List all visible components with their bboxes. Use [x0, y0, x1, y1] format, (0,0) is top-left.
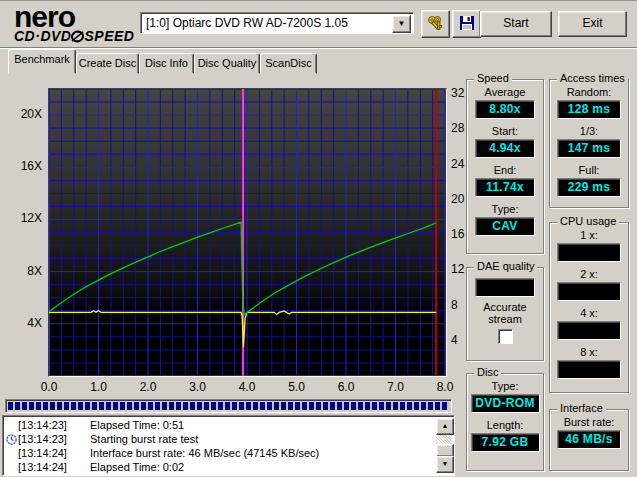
speed-type-value: CAV: [475, 217, 535, 236]
scroll-down-button[interactable]: ▼: [436, 456, 454, 473]
header: nero CD·DVDSPEED [1:0] Optiarc DVD RW AD…: [0, 1, 637, 47]
tab-bar: Benchmark Create Disc Disc Info Disc Qua…: [0, 51, 637, 74]
start-speed-label: Start:: [467, 125, 543, 137]
nero-logo: nero CD·DVDSPEED: [14, 3, 144, 44]
x-axis-tick: 3.0: [183, 380, 213, 394]
cd-dvd-speed-logo-text: CD·DVDSPEED: [14, 28, 144, 44]
cpu-8x-value: [557, 360, 621, 379]
tab-disc-info[interactable]: Disc Info: [139, 53, 194, 74]
log-scrollbar[interactable]: ▲ ▼: [436, 418, 452, 473]
log-timestamp: [13:14:23]: [18, 433, 67, 445]
log-message: Starting burst rate test: [90, 433, 198, 445]
tab-label: ScanDisc: [265, 57, 311, 69]
end-speed-value: 11.74x: [475, 178, 535, 197]
start-button-label: Start: [481, 12, 551, 34]
log-timestamp: [13:14:23]: [18, 419, 67, 431]
tab-label: Benchmark: [14, 53, 70, 65]
interface-panel: Interface Burst rate: 46 MB/s: [549, 409, 629, 471]
x-axis-tick: 6.0: [331, 380, 361, 394]
log-list[interactable]: [13:14:23] Elapsed Time: 0:51 [13:14:23]…: [2, 415, 455, 476]
cpu-8x-label: 8 x:: [550, 346, 628, 358]
tab-create-disc[interactable]: Create Disc: [76, 53, 139, 74]
accurate-stream-checkbox[interactable]: [498, 329, 513, 344]
chevron-down-icon[interactable]: ▼: [392, 15, 411, 33]
disc-panel-title: Disc: [474, 366, 501, 378]
cpu-2x-label: 2 x:: [550, 268, 628, 280]
speed-panel: Speed Average 8.80x Start: 4.94x End: 11…: [466, 79, 544, 254]
x-axis-tick: 1.0: [84, 380, 114, 394]
y-axis-left-tick: 4X: [8, 316, 42, 330]
progress-bar-fill: [8, 402, 449, 410]
access-times-title: Access times: [557, 72, 628, 84]
logo-cd-dvd: CD·DVD: [14, 28, 71, 44]
cpu-2x-value: [557, 282, 621, 301]
average-speed-value: 8.80x: [475, 100, 535, 119]
options-button[interactable]: [421, 10, 450, 38]
cpu-usage-panel: CPU usage 1 x: 2 x: 4 x: 8 x:: [549, 222, 629, 393]
exit-button-label: Exit: [559, 12, 626, 34]
dae-quality-panel: DAE quality Accurate stream: [466, 267, 544, 361]
nero-logo-text: nero: [14, 3, 144, 31]
logo-speed: SPEED: [84, 28, 134, 44]
speed-panel-title: Speed: [474, 72, 512, 84]
log-timestamp: [13:14:24]: [18, 447, 67, 459]
chart-plot-area: [48, 88, 447, 377]
log-message: Interface burst rate: 46 MB/sec (47145 K…: [90, 447, 319, 459]
random-access-label: Random:: [550, 86, 628, 98]
cpu-4x-value: [557, 321, 621, 340]
nero-cd-dvd-speed-window: { "header": { "logo_line1": "nero", "log…: [0, 0, 637, 477]
scroll-down-icon: ▼: [437, 457, 453, 471]
tab-label: Disc Quality: [198, 57, 257, 69]
y-axis-left-tick: 20X: [8, 107, 42, 121]
full-access-label: Full:: [550, 164, 628, 176]
tab-label: Create Disc: [79, 57, 136, 69]
tab-benchmark[interactable]: Benchmark: [8, 49, 76, 74]
disc-length-label: Length:: [467, 419, 543, 431]
x-axis-tick: 8.0: [430, 380, 460, 394]
y-axis-left-tick: 8X: [8, 264, 42, 278]
y-axis-left-tick: 16X: [8, 159, 42, 173]
drive-selector-dropdown[interactable]: [1:0] Optiarc DVD RW AD-7200S 1.05 ▼: [140, 12, 414, 34]
end-speed-label: End:: [467, 164, 543, 176]
start-speed-value: 4.94x: [475, 139, 535, 158]
dae-quality-title: DAE quality: [474, 260, 537, 272]
x-axis-tick: 2.0: [133, 380, 163, 394]
accurate-stream-label: Accurate stream: [477, 301, 533, 325]
keys-icon: [427, 15, 444, 32]
average-label: Average: [467, 86, 543, 98]
log-message: Elapsed Time: 0:02: [90, 461, 184, 473]
benchmark-chart: 4X8X12X16X20X481216202428320.01.02.03.04…: [0, 75, 465, 397]
tab-disc-quality[interactable]: Disc Quality: [194, 53, 260, 74]
save-floppy-icon: [459, 15, 475, 31]
y-axis-left-tick: 12X: [8, 211, 42, 225]
header-divider: [0, 47, 637, 49]
tab-scandisc[interactable]: ScanDisc: [260, 53, 317, 74]
scroll-up-icon: ▲: [437, 419, 453, 433]
disc-type-label: Type:: [467, 380, 543, 392]
exit-button[interactable]: Exit: [558, 11, 627, 37]
x-axis-tick: 4.0: [232, 380, 262, 394]
disc-length-value: 7.92 GB: [471, 433, 540, 452]
tab-label: Disc Info: [145, 57, 188, 69]
log-timestamp: [13:14:24]: [18, 461, 67, 473]
burst-rate-label: Burst rate:: [550, 416, 628, 428]
x-axis-tick: 7.0: [381, 380, 411, 394]
access-times-panel: Access times Random: 128 ms 1/3: 147 ms …: [549, 79, 629, 208]
cpu-usage-title: CPU usage: [557, 215, 619, 227]
scroll-up-button[interactable]: ▲: [436, 418, 454, 435]
chart-canvas: [49, 89, 446, 376]
x-axis-tick: 0.0: [34, 380, 64, 394]
log-message: Elapsed Time: 0:51: [90, 419, 184, 431]
disc-panel: Disc Type: DVD-ROM Length: 7.92 GB: [466, 373, 544, 471]
disc-icon: [71, 30, 84, 43]
cpu-4x-label: 4 x:: [550, 307, 628, 319]
one-third-access-value: 147 ms: [557, 139, 621, 158]
interface-panel-title: Interface: [557, 402, 606, 414]
start-button[interactable]: Start: [480, 11, 552, 37]
dae-quality-value: [475, 278, 535, 297]
busy-clock-icon: [6, 434, 17, 447]
save-button[interactable]: [452, 10, 481, 38]
random-access-value: 128 ms: [557, 100, 621, 119]
x-axis-tick: 5.0: [282, 380, 312, 394]
one-third-access-label: 1/3:: [550, 125, 628, 137]
